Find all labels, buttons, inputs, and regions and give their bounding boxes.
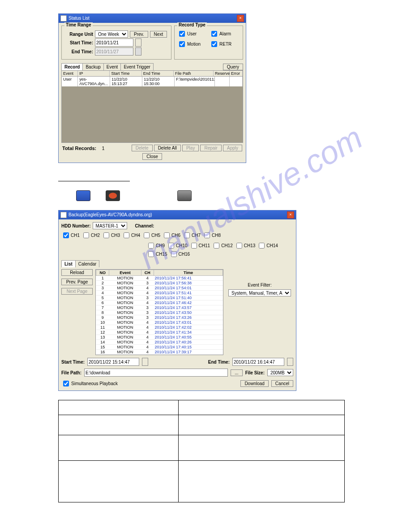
delete-all-button[interactable]: Delete All: [154, 145, 181, 151]
event-filter-label: Event Filter:: [226, 283, 293, 287]
tab-event[interactable]: Event: [103, 63, 121, 70]
list-item[interactable]: 14MOTION42010/11/24 17:40:26: [96, 340, 223, 345]
tab-event-trigger[interactable]: Event Trigger: [120, 63, 153, 70]
window-title: Status List: [68, 16, 90, 21]
col-ch: CH: [141, 270, 154, 276]
tab-record[interactable]: Record: [61, 63, 83, 70]
channel-checkbox-ch8[interactable]: CH8: [202, 231, 221, 240]
col-path: File Path: [174, 71, 214, 76]
end-time-input: [95, 47, 133, 56]
end-time-input[interactable]: [232, 358, 284, 366]
start-time-label: Start Time:: [64, 40, 93, 45]
channel-label: Channel:: [135, 223, 154, 228]
channel-checkbox-ch9[interactable]: CH9: [146, 241, 165, 250]
channel-checkbox-ch3[interactable]: CH3: [102, 231, 120, 240]
start-time-input[interactable]: [95, 39, 133, 47]
description-table: [58, 400, 345, 502]
channel-checkbox-ch1[interactable]: CH1: [61, 231, 80, 240]
channel-checkbox-ch14[interactable]: CH14: [257, 241, 278, 250]
close-icon[interactable]: ×: [237, 15, 244, 22]
col-reserve: Reserve: [214, 71, 230, 76]
list-item[interactable]: 8MOTION32010/11/24 17:43:50: [96, 310, 223, 315]
repair-button: Repair: [200, 145, 221, 151]
motion-checkbox[interactable]: Motion: [177, 40, 208, 48]
hdd-select[interactable]: MASTER-1: [93, 222, 127, 229]
alarm-checkbox[interactable]: Alarm: [210, 30, 240, 38]
list-item[interactable]: 5MOTION32010/11/24 17:51:40: [96, 296, 223, 300]
list-item[interactable]: 17MOTION42010/11/24 17:38:22: [96, 355, 223, 356]
close-icon[interactable]: ×: [287, 211, 294, 219]
channel-checkbox-ch16[interactable]: CH16: [169, 250, 190, 258]
desc-cell: [179, 415, 345, 435]
tab-backup[interactable]: Backup: [82, 63, 103, 70]
total-records-value: 1: [102, 146, 104, 151]
query-button[interactable]: Query: [223, 64, 243, 70]
tab-list[interactable]: List: [61, 260, 76, 267]
download-button[interactable]: Download: [240, 380, 268, 387]
prev-page-button[interactable]: Prev. Page: [61, 279, 93, 285]
spinner-icon[interactable]: [287, 358, 293, 366]
channel-checkbox-ch6[interactable]: CH6: [162, 231, 180, 240]
browse-button[interactable]: ...: [231, 369, 242, 376]
spinner-icon[interactable]: [135, 39, 141, 47]
list-item[interactable]: 11MOTION42010/11/24 17:42:02: [96, 325, 223, 330]
list-item[interactable]: 2MOTION32010/11/24 17:56:38: [96, 281, 223, 286]
list-item[interactable]: 13MOTION42010/11/24 17:40:55: [96, 335, 223, 340]
channel-checkbox-ch4[interactable]: CH4: [122, 231, 140, 240]
time-range-title: Time Range: [64, 22, 93, 27]
desc-function-header: [59, 400, 179, 415]
apply-button: Apply: [223, 145, 242, 151]
desc-cell: [59, 461, 179, 502]
list-item[interactable]: 15MOTION42010/11/24 17:40:15: [96, 345, 223, 350]
channel-checkbox-ch10[interactable]: CH10: [167, 241, 188, 250]
list-item[interactable]: 12MOTION42010/11/24 17:41:34: [96, 330, 223, 335]
next-button[interactable]: Next: [150, 31, 167, 38]
table-row[interactable]: User yes-AVC790A.dyn... 11/22/10 15:13:2…: [62, 77, 243, 86]
cancel-button[interactable]: Cancel: [271, 380, 293, 387]
reload-button[interactable]: Reload: [61, 269, 93, 276]
file-path-input[interactable]: [84, 369, 228, 377]
disk-icon: [106, 190, 120, 201]
list-item[interactable]: 16MOTION42010/11/24 17:39:17: [96, 350, 223, 355]
titlebar: Backup(EagleEyes-AVC790A.dyndns.org) ×: [59, 210, 296, 219]
col-time: Time: [154, 270, 223, 276]
prev-button[interactable]: Prev.: [130, 31, 148, 38]
list-item[interactable]: 7MOTION32010/11/24 17:43:57: [96, 305, 223, 310]
list-item[interactable]: 6MOTION42010/11/24 17:46:42: [96, 300, 223, 305]
range-unit-label: Range Unit: [64, 32, 93, 37]
start-time-input[interactable]: [87, 358, 139, 366]
icon-row: [76, 190, 353, 201]
event-filter-select[interactable]: System, Manual, Timer, Alarm...: [228, 289, 291, 296]
channel-checkbox-ch2[interactable]: CH2: [81, 231, 100, 240]
tab-calendar[interactable]: Calendar: [75, 260, 100, 267]
range-unit-select[interactable]: One Week: [95, 30, 128, 38]
list-item[interactable]: 9MOTION32010/11/24 17:43:26: [96, 315, 223, 320]
status-list-window: Status List × Time Range Range Unit One …: [58, 13, 246, 163]
close-button[interactable]: Close: [142, 153, 162, 160]
channel-checkbox-ch5[interactable]: CH5: [142, 231, 160, 240]
event-list[interactable]: NO Event CH Time 1MOTION42010/11/24 17:5…: [95, 269, 223, 355]
channel-checkbox-ch12[interactable]: CH12: [212, 241, 233, 250]
window-title: Backup(EagleEyes-AVC790A.dyndns.org): [68, 212, 152, 217]
next-page-button: Next Page: [61, 288, 93, 295]
simul-playback-checkbox[interactable]: Simultaneous Playback: [61, 379, 118, 388]
file-size-select[interactable]: 200MB: [267, 369, 293, 376]
record-list: Event IP Start Time End Time File Path R…: [61, 70, 243, 143]
list-item[interactable]: 3MOTION42010/11/24 17:54:01: [96, 286, 223, 291]
col-error: Error: [230, 71, 243, 76]
spinner-icon[interactable]: [142, 358, 148, 366]
channel-checkbox-ch15[interactable]: CH15: [146, 250, 167, 258]
col-event: Event: [109, 270, 141, 276]
channel-checkbox-ch7[interactable]: CH7: [182, 231, 201, 240]
user-checkbox[interactable]: User: [177, 30, 208, 38]
desc-cell: [59, 435, 179, 461]
app-icon: [60, 212, 67, 218]
tool-icon-1: [76, 190, 90, 201]
retr-checkbox[interactable]: RETR: [210, 40, 240, 48]
channel-checkbox-ch13[interactable]: CH13: [235, 241, 256, 250]
list-item[interactable]: 10MOTION42010/11/24 17:43:01: [96, 320, 223, 325]
list-item[interactable]: 1MOTION42010/11/24 17:56:41: [96, 276, 223, 281]
desc-cell: [179, 461, 345, 502]
channel-checkbox-ch11[interactable]: CH11: [189, 241, 210, 250]
list-item[interactable]: 4MOTION42010/11/24 17:51:41: [96, 291, 223, 296]
